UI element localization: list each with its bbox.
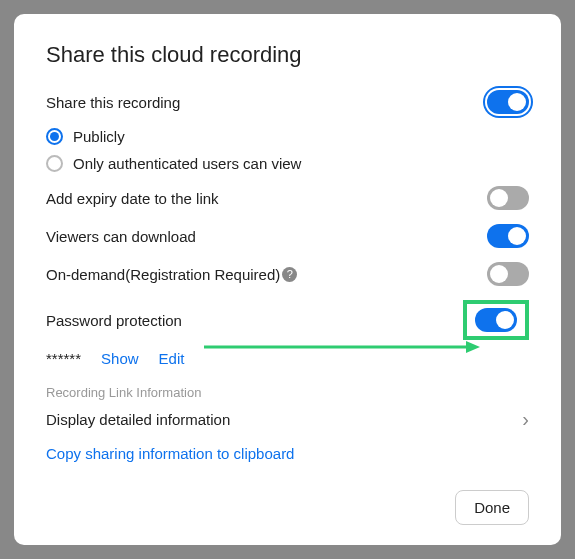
expiry-label: Add expiry date to the link xyxy=(46,190,219,207)
radio-authenticated-label: Only authenticated users can view xyxy=(73,155,301,172)
radio-publicly[interactable]: Publicly xyxy=(46,128,529,145)
password-label: Password protection xyxy=(46,312,182,329)
password-row: Password protection xyxy=(46,300,529,340)
show-password-link[interactable]: Show xyxy=(101,350,139,367)
radio-icon xyxy=(46,128,63,145)
download-row: Viewers can download xyxy=(46,224,529,248)
share-recording-row: Share this recording xyxy=(46,90,529,114)
edit-password-link[interactable]: Edit xyxy=(159,350,185,367)
modal-footer: Done xyxy=(455,490,529,525)
ondemand-text: On-demand(Registration Required) xyxy=(46,266,280,283)
expiry-row: Add expiry date to the link xyxy=(46,186,529,210)
radio-authenticated[interactable]: Only authenticated users can view xyxy=(46,155,529,172)
password-actions: ****** Show Edit xyxy=(46,350,529,367)
share-recording-toggle[interactable] xyxy=(487,90,529,114)
password-toggle[interactable] xyxy=(475,308,517,332)
ondemand-row: On-demand(Registration Required) ? xyxy=(46,262,529,286)
ondemand-label: On-demand(Registration Required) ? xyxy=(46,266,297,283)
help-icon[interactable]: ? xyxy=(282,267,297,282)
display-detail-row[interactable]: Display detailed information › xyxy=(46,408,529,431)
copy-sharing-link[interactable]: Copy sharing information to clipboard xyxy=(46,445,529,462)
download-toggle[interactable] xyxy=(487,224,529,248)
chevron-right-icon: › xyxy=(522,408,529,431)
password-mask: ****** xyxy=(46,350,81,367)
radio-publicly-label: Publicly xyxy=(73,128,125,145)
share-recording-label: Share this recording xyxy=(46,94,180,111)
display-detail-label: Display detailed information xyxy=(46,411,230,428)
download-label: Viewers can download xyxy=(46,228,196,245)
share-visibility-radios: Publicly Only authenticated users can vi… xyxy=(46,128,529,172)
done-button[interactable]: Done xyxy=(455,490,529,525)
share-recording-modal: Share this cloud recording Share this re… xyxy=(14,14,561,545)
ondemand-toggle[interactable] xyxy=(487,262,529,286)
expiry-toggle[interactable] xyxy=(487,186,529,210)
password-highlight xyxy=(463,300,529,340)
modal-title: Share this cloud recording xyxy=(46,42,529,68)
radio-icon xyxy=(46,155,63,172)
link-info-section-label: Recording Link Information xyxy=(46,385,529,400)
